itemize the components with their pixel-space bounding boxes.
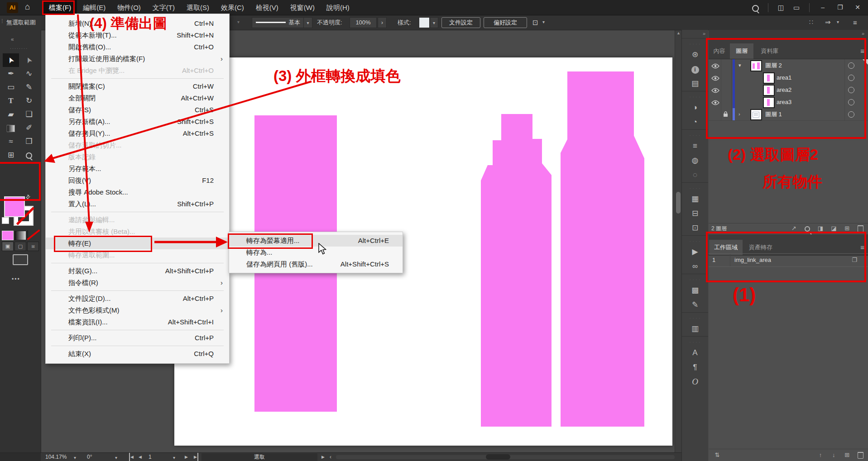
minimize-button[interactable]: –	[815, 0, 830, 15]
menubar-item[interactable]: 文字(T)	[147, 0, 181, 15]
gradient-tool[interactable]	[3, 121, 19, 135]
draw-inside-button[interactable]: ◙	[27, 242, 39, 251]
menu-item[interactable]: 轉存選取範圍...	[46, 249, 229, 261]
strip-panel-icon[interactable]	[682, 336, 708, 346]
target-circle[interactable]	[848, 87, 854, 93]
default-fill-stroke-icon[interactable]	[2, 217, 9, 224]
rectangle-tool[interactable]: ▭	[3, 81, 19, 94]
home-icon[interactable]: ⌂	[25, 2, 30, 12]
navigator-wheel-icon[interactable]: ⊛	[682, 48, 708, 62]
preferences-button[interactable]: 偏好設定	[484, 17, 527, 28]
delete-artboard-icon[interactable]	[854, 449, 866, 461]
zoom-chevron-icon[interactable]: ▾	[74, 453, 76, 461]
character-icon[interactable]: A	[682, 346, 708, 360]
layer-thumbnail[interactable]	[763, 97, 775, 108]
measure-icon[interactable]: ⊡	[532, 19, 538, 27]
artboard-tool[interactable]: ⊞	[3, 148, 19, 162]
close-button[interactable]: ✕	[850, 0, 865, 15]
links-icon[interactable]: ∞	[682, 259, 708, 274]
panel-menu-icon[interactable]: ≡	[860, 47, 864, 55]
menubar-item[interactable]: 說明(H)	[321, 0, 355, 15]
menu-item[interactable]: 儲存選取的切片...	[46, 139, 229, 151]
layer-thumbnail[interactable]	[750, 60, 762, 71]
strip-panel-icon[interactable]	[682, 235, 708, 245]
visibility-eye-icon[interactable]	[711, 75, 719, 83]
touch-grid-icon[interactable]: ∷	[809, 19, 813, 26]
expand-chevron-icon[interactable]: ›	[739, 108, 745, 120]
shape-area2-bottle[interactable]	[481, 114, 551, 427]
status-back-icon[interactable]: ‹	[330, 453, 331, 461]
style-swatch[interactable]	[419, 17, 430, 28]
strip-panel-icon[interactable]	[682, 182, 708, 192]
transparency-icon[interactable]: ◍	[682, 153, 708, 168]
color-swatch-button[interactable]	[2, 231, 14, 240]
reorder-artboards-icon[interactable]: ⇅	[709, 449, 723, 461]
shape-area3-bottle[interactable]	[561, 71, 644, 427]
document-arrange-icon[interactable]: ▭	[790, 4, 803, 12]
strip-panel-icon[interactable]	[682, 91, 708, 100]
draw-normal-button[interactable]: ▣	[2, 242, 14, 251]
zoom-level[interactable]: 104.17%	[45, 453, 67, 461]
menu-item[interactable]: 儲存(S) Ctrl+S	[46, 104, 229, 116]
horizontal-scroll-thumb[interactable]	[486, 454, 510, 460]
scroll-up-icon[interactable]: ▲	[676, 31, 681, 35]
align-icon[interactable]: ⊟	[682, 206, 708, 221]
strip-panel-icon[interactable]	[682, 274, 708, 283]
prev-artboard-icon[interactable]: ◀	[139, 453, 142, 461]
menu-item[interactable]: 版本記錄	[46, 151, 229, 163]
stroke-style-select[interactable]: 基本	[252, 17, 305, 28]
draw-behind-button[interactable]: ▢	[14, 242, 26, 251]
strip-panel-icon[interactable]	[682, 312, 708, 322]
document-setup-button[interactable]: 文件設定	[441, 17, 480, 28]
appearance-icon[interactable]: ◌	[682, 168, 708, 182]
zoom-tool[interactable]	[21, 148, 37, 162]
arrange-chevron-icon[interactable]: ▾	[837, 19, 839, 24]
search-icon[interactable]	[801, 223, 813, 233]
tab-asset-export[interactable]: 資產轉存	[743, 240, 778, 255]
fill-color-well[interactable]	[4, 196, 25, 217]
submenu-item[interactable]: 轉存為...	[229, 247, 403, 258]
menu-item[interactable]: 儲存拷貝(Y)... Alt+Ctrl+S	[46, 128, 229, 139]
menu-item[interactable]: 結束(X) Ctrl+Q	[46, 348, 229, 360]
swatches-icon[interactable]: ▩	[682, 283, 708, 298]
collapse-panel-icon[interactable]: «	[11, 36, 14, 43]
status-play-icon[interactable]: ▶	[321, 453, 325, 461]
menu-item[interactable]	[51, 290, 224, 291]
next-artboard-icon[interactable]: ▶	[185, 453, 188, 461]
layer-thumbnail[interactable]	[763, 85, 775, 96]
strip-panel-icon[interactable]	[682, 38, 708, 48]
vertical-scrollbar[interactable]: ▲	[675, 30, 682, 452]
rotation-chevron-icon[interactable]: ▾	[115, 453, 117, 461]
menu-item[interactable]: 另存範本...	[46, 163, 229, 175]
menubar-item[interactable]: 選取(S)	[181, 0, 215, 15]
first-artboard-icon[interactable]: ◀	[129, 453, 134, 461]
submenu-item[interactable]: 轉存為螢幕適用... Alt+Ctrl+E	[229, 235, 403, 247]
type-tool[interactable]: T	[3, 94, 19, 108]
artboard-row[interactable]: 1 img_link_area ❐	[709, 253, 868, 267]
style-chevron[interactable]: ▾	[430, 17, 438, 28]
target-circle[interactable]	[848, 75, 854, 81]
measure-chevron-icon[interactable]: ▾	[542, 19, 545, 24]
artboard-panel-icon[interactable]: ▦	[682, 192, 708, 206]
actions-icon[interactable]: ▶	[682, 245, 708, 259]
menubar-item[interactable]: 檢視(V)	[250, 0, 284, 15]
workspace-list-icon[interactable]: ≡	[853, 19, 857, 26]
menu-item[interactable]	[51, 78, 224, 79]
menu-item[interactable]: 指令檔(R) ›	[46, 277, 229, 289]
last-artboard-icon[interactable]: ▶	[194, 453, 198, 461]
target-circle[interactable]	[848, 111, 854, 118]
menubar-item[interactable]: 物件(O)	[111, 0, 147, 15]
direct-selection-tool[interactable]: ➤	[21, 53, 37, 67]
menu-item[interactable]: 開啟舊檔(O)... Ctrl+O	[46, 41, 229, 53]
rotate-tool[interactable]: ↻	[21, 94, 37, 108]
menu-item[interactable]: 在 Bridge 中瀏覽... Alt+Ctrl+O	[46, 65, 229, 76]
rotation-value[interactable]: 0°	[87, 453, 92, 461]
menu-item[interactable]: 封裝(G)... Alt+Shift+Ctrl+P	[46, 265, 229, 277]
visibility-eye-icon[interactable]	[711, 62, 719, 71]
selection-tool[interactable]: ➤	[3, 53, 19, 67]
menubar-item[interactable]: 效果(C)	[215, 0, 250, 15]
layer-thumbnail[interactable]	[763, 72, 775, 84]
visibility-eye-icon[interactable]	[711, 99, 719, 107]
menu-item[interactable]: 檔案資訊(I)... Alt+Shift+Ctrl+I	[46, 316, 229, 328]
menu-item[interactable]: 回復(V) F12	[46, 175, 229, 186]
